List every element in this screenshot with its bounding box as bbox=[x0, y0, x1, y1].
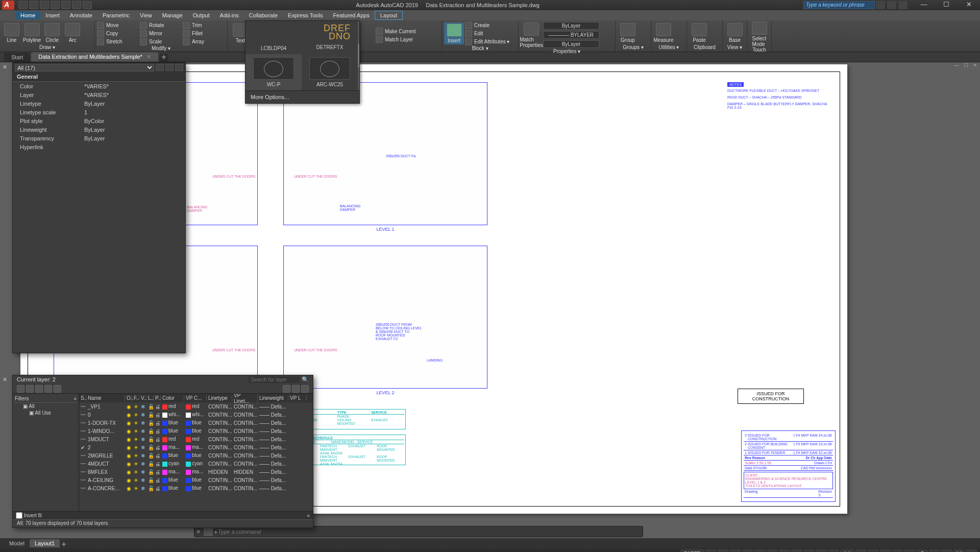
layer-on-icon[interactable]: ◉ bbox=[125, 445, 132, 450]
qat-undo-icon[interactable] bbox=[72, 1, 81, 9]
tab-home[interactable]: Home bbox=[15, 11, 40, 19]
property-row[interactable]: Color*VARIES* bbox=[13, 82, 185, 90]
panel-label-draw[interactable]: Draw ▾ bbox=[2, 44, 92, 52]
layer-vpcolor[interactable]: red bbox=[184, 403, 207, 409]
help-icon[interactable] bbox=[898, 1, 908, 9]
property-row[interactable]: TransparencyByLayer bbox=[13, 134, 185, 142]
property-value[interactable]: ByLayer bbox=[84, 135, 185, 141]
qat-plot-icon[interactable] bbox=[61, 1, 70, 9]
annoscale-sync-icon[interactable]: ⚙ bbox=[855, 549, 867, 552]
linetype-combo[interactable]: ———— BYLAYER ———— bbox=[543, 31, 599, 39]
block-create-button[interactable]: Create bbox=[465, 21, 516, 29]
layer-freeze-icon[interactable]: ☀ bbox=[132, 477, 139, 483]
scale-button[interactable]: Scale bbox=[140, 38, 180, 45]
property-row[interactable]: Layer*VARIES* bbox=[13, 90, 185, 99]
layer-col-header[interactable]: L.. bbox=[146, 395, 154, 401]
paperspace-toggle[interactable]: PAPER bbox=[680, 549, 704, 552]
layer-plot-icon[interactable]: 🖨 bbox=[154, 412, 161, 418]
layer-row[interactable]: 〰A-CONCRE...◉☀❄🔓🖨blueblueCONTIN...CONTIN… bbox=[79, 484, 313, 492]
signin-icon[interactable] bbox=[876, 1, 885, 9]
otrack-icon[interactable]: ∠ bbox=[779, 549, 790, 552]
cleanscreen-icon[interactable]: ⛶ bbox=[953, 549, 965, 552]
layer-on-icon[interactable]: ◉ bbox=[125, 412, 132, 418]
annotation-monitor-icon[interactable]: ▲ bbox=[880, 549, 891, 552]
layer-lock-icon[interactable]: 🔓 bbox=[146, 486, 154, 491]
layer-name[interactable]: _VP1 bbox=[86, 404, 125, 410]
layer-vpcolor[interactable]: blue bbox=[184, 485, 207, 491]
qat-redo-icon[interactable] bbox=[83, 1, 92, 9]
layer-vpfreeze-icon[interactable]: ❄ bbox=[139, 469, 146, 475]
property-value[interactable]: *VARIES* bbox=[84, 92, 185, 98]
layer-name[interactable]: A-CEILING bbox=[86, 477, 125, 483]
layer-vpfreeze-icon[interactable]: ❄ bbox=[139, 453, 146, 459]
layer-linetype[interactable]: CONTIN... bbox=[207, 420, 232, 426]
layer-freeze-icon[interactable]: ☀ bbox=[132, 453, 139, 459]
close-button[interactable]: ✕ bbox=[958, 0, 980, 10]
panel-label-groups[interactable]: Groups ▾ bbox=[618, 44, 649, 52]
layer-name[interactable]: 6MFLEX bbox=[86, 469, 125, 475]
layer-plot-icon[interactable]: 🖨 bbox=[154, 437, 161, 442]
layer-col-header[interactable]: V.. bbox=[139, 395, 146, 401]
gallery-item-detreftx[interactable]: DREF DNO DETREFTX bbox=[302, 21, 358, 54]
vc-max-icon[interactable]: ☐ bbox=[962, 62, 970, 69]
layer-on-icon[interactable]: ◉ bbox=[125, 437, 132, 442]
layer-vplinetype[interactable]: CONTIN... bbox=[232, 477, 258, 483]
layer-name[interactable]: 1-DOOR-TX bbox=[86, 420, 125, 426]
layer-vpcolor[interactable]: ma... bbox=[184, 469, 207, 474]
layer-lineweight[interactable]: —— Defa... bbox=[258, 404, 288, 410]
filter-all[interactable]: ▣ All bbox=[14, 403, 78, 410]
layer-vpcolor[interactable]: blue bbox=[184, 477, 207, 483]
ortho-icon[interactable]: ∟ bbox=[730, 549, 741, 552]
layer-vpfreeze-icon[interactable]: ❄ bbox=[139, 412, 146, 418]
layer-vpfreeze-icon[interactable]: ❄ bbox=[139, 486, 146, 491]
isolate-icon[interactable]: ◎ bbox=[929, 549, 940, 552]
property-value[interactable]: *VARIES* bbox=[84, 83, 185, 89]
property-row[interactable]: Plot styleByColor bbox=[13, 116, 185, 125]
layer-vplinetype[interactable]: CONTIN... bbox=[232, 461, 258, 467]
layer-name[interactable]: 1MDUCT bbox=[86, 437, 125, 442]
panel-label-properties[interactable]: Properties ▾ bbox=[521, 49, 613, 54]
array-button[interactable]: Array bbox=[183, 38, 223, 45]
block-edit-button[interactable]: Edit bbox=[465, 30, 516, 37]
make-current-button[interactable]: Make Current bbox=[376, 28, 432, 35]
layer-vpfreeze-icon[interactable]: ❄ bbox=[139, 437, 146, 442]
layer-row[interactable]: 〰2MGRILLE◉☀❄🔓🖨blueblueCONTIN...CONTIN...… bbox=[79, 451, 313, 460]
app-logo[interactable] bbox=[2, 1, 14, 10]
layer-col-header[interactable]: F.. bbox=[132, 395, 139, 401]
trim-button[interactable]: Trim bbox=[183, 21, 223, 29]
3dosnap-icon[interactable]: ▣ bbox=[767, 549, 778, 552]
layer-color[interactable]: cyan bbox=[161, 461, 184, 466]
gallery-more-options[interactable]: More Options... bbox=[246, 90, 359, 103]
insert-button[interactable]: Insert bbox=[444, 22, 464, 44]
layer-color[interactable]: blue bbox=[161, 485, 184, 491]
close-tab-icon[interactable]: ✕ bbox=[146, 54, 151, 60]
layer-col-header[interactable]: VP L bbox=[288, 395, 307, 401]
layer-col-header[interactable]: Linetype bbox=[207, 395, 232, 401]
layer-name[interactable]: 1-WINDO... bbox=[86, 428, 125, 434]
collapse-icon[interactable] bbox=[301, 385, 309, 393]
layer-vpcolor[interactable]: blue bbox=[184, 420, 207, 425]
layer-color[interactable]: whi... bbox=[161, 412, 184, 417]
layer-vpcolor[interactable]: blue bbox=[184, 452, 207, 458]
layer-vpfreeze-icon[interactable]: ❄ bbox=[139, 404, 146, 410]
lineweight-combo[interactable]: ByLayer bbox=[543, 40, 599, 48]
layer-freeze-icon[interactable]: ☀ bbox=[132, 445, 139, 450]
layer-row[interactable]: 〰1-DOOR-TX◉☀❄🔓🖨blueblueCONTIN...CONTIN..… bbox=[79, 419, 313, 427]
tab-layout[interactable]: Layout bbox=[375, 11, 403, 20]
layer-lineweight[interactable]: —— Defa... bbox=[258, 453, 288, 459]
layer-lock-icon[interactable]: 🔓 bbox=[146, 437, 154, 442]
layer-lock-icon[interactable]: 🔓 bbox=[146, 404, 154, 410]
layer-lineweight[interactable]: —— Defa... bbox=[258, 445, 288, 450]
annotation-scale[interactable]: 1:1 bbox=[840, 549, 854, 552]
layer-on-icon[interactable]: ◉ bbox=[125, 453, 132, 459]
layer-lock-icon[interactable]: 🔓 bbox=[146, 453, 154, 459]
layer-vpcolor[interactable]: ma... bbox=[184, 444, 207, 450]
panel-label-block[interactable]: Block ▾ bbox=[444, 45, 516, 52]
layer-vpfreeze-icon[interactable]: ❄ bbox=[139, 477, 146, 483]
gallery-item-arcwc25[interactable]: ARC-WC25 bbox=[302, 54, 358, 90]
layer-vplinetype[interactable]: CONTIN... bbox=[232, 445, 258, 450]
layer-linetype[interactable]: CONTIN... bbox=[207, 486, 232, 491]
property-row[interactable]: Hyperlink bbox=[13, 142, 185, 151]
tab-manage[interactable]: Manage bbox=[157, 11, 188, 19]
pickadd-icon[interactable] bbox=[165, 64, 174, 71]
